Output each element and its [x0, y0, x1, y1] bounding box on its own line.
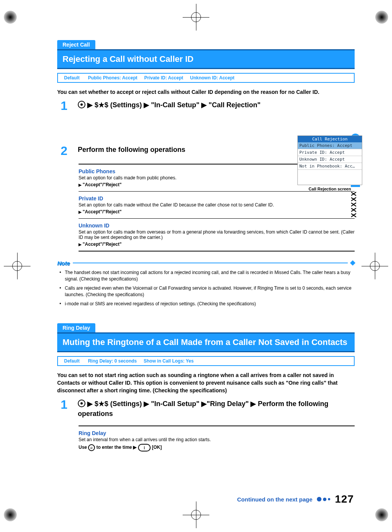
screen-row: Unknown ID: Accept	[298, 156, 362, 163]
note-list: The handset does not start incoming call…	[59, 269, 355, 307]
op-desc: Set an option for calls made from overse…	[79, 229, 355, 240]
center-key-icon	[78, 400, 85, 407]
phone-screen: Call Rejection Public Phones: Accept Pri…	[297, 135, 362, 185]
divider	[79, 191, 355, 192]
note-block: Note The handset does not start incoming…	[57, 260, 355, 307]
op-title: Unknown ID	[79, 222, 355, 229]
section-title: Muting the Ringtone of a Call Made from …	[57, 332, 355, 352]
default-value: Unknown ID: Accept	[190, 75, 235, 81]
default-row: Default Ring Delay: 0 seconds Show in Ca…	[57, 356, 355, 366]
screen-title: Call Rejection	[298, 136, 362, 142]
op-value: "Accept"/"Reject"	[79, 242, 355, 247]
section-intro: You can set to not start ring action suc…	[57, 371, 355, 395]
section-intro: You can set whether to accept or reject …	[57, 88, 355, 96]
default-value: Private ID: Accept	[144, 75, 183, 81]
section-ring-delay: Ring Delay Muting the Ringtone of a Call…	[57, 323, 355, 451]
screen-row: Not in Phonebook: Acc…	[298, 163, 362, 170]
step-1: 1 ▶ $★$ (Settings) ▶ "In-Call Setup" ▶"R…	[57, 398, 355, 419]
section-title: Rejecting a Call without Caller ID	[57, 49, 355, 69]
crop-mark-icon	[183, 501, 209, 528]
instr-text: Use	[79, 445, 88, 450]
default-label: Default	[58, 357, 86, 365]
screen-row: Public Phones: Accept	[298, 142, 362, 149]
section-tag: Ring Delay	[57, 323, 95, 332]
dial-key-icon: ⌕	[88, 444, 95, 451]
operations-list: Ring Delay Set an interval from when a c…	[79, 426, 355, 451]
note-item: i-mode mail or SMS are received regardle…	[59, 301, 355, 307]
step-text: ▶ $★$ (Settings) ▶ "In-Call Setup" ▶ "Ca…	[85, 101, 260, 109]
step-text: ▶ $★$ (Settings) ▶ "In-Call Setup" ▶"Rin…	[78, 400, 328, 418]
note-line-icon	[73, 263, 348, 263]
default-value: Show in Call Logs: Yes	[144, 358, 194, 364]
op-title: Ring Delay	[79, 430, 355, 436]
note-item: The handset does not start incoming call…	[59, 269, 355, 283]
instr-text: to enter the time ▶	[95, 445, 138, 450]
default-value: Ring Delay: 0 seconds	[88, 358, 137, 364]
step-instruction: ▶ $★$ (Settings) ▶ "In-Call Setup" ▶"Rin…	[78, 398, 355, 419]
step-number: 1	[57, 100, 71, 112]
crop-mark-icon	[183, 4, 209, 31]
registration-mark	[1, 8, 20, 27]
page-content: Reject Call Rejecting a Call without Cal…	[57, 40, 355, 451]
dots-icon	[317, 497, 330, 501]
step-number: 1	[57, 398, 71, 411]
diamond-icon	[350, 260, 355, 266]
step-1: 1 ▶ $★$ (Settings) ▶ "In-Call Setup" ▶ "…	[57, 100, 355, 112]
divider	[79, 426, 355, 426]
default-values: Ring Delay: 0 seconds Show in Call Logs:…	[86, 357, 196, 365]
op-title: Private ID	[79, 195, 355, 202]
center-key-icon	[78, 101, 85, 108]
default-value: Public Phones: Accept	[88, 75, 138, 81]
registration-mark	[372, 505, 391, 524]
note-item: Calls are rejected even when the Voicema…	[59, 285, 355, 298]
page-number: 127	[335, 493, 354, 505]
divider	[79, 218, 355, 219]
screenshot-caption: Call Rejection screen	[297, 187, 362, 191]
continued-text: Continued on the next page	[237, 496, 313, 503]
registration-mark	[1, 505, 20, 524]
note-label: Note	[57, 260, 70, 266]
phone-screenshot: Call Rejection Public Phones: Accept Pri…	[297, 135, 362, 191]
crop-mark-icon	[4, 253, 31, 279]
default-values: Public Phones: Accept Private ID: Accept…	[86, 74, 237, 82]
page-footer: Continued on the next page 127	[57, 493, 354, 505]
instr-text: [OK]	[151, 445, 162, 450]
op-desc: Set an option for calls made without the…	[79, 202, 355, 208]
divider	[79, 251, 355, 251]
softkey-icon: ｉ	[138, 444, 151, 451]
crop-mark-icon	[361, 253, 388, 279]
op-value: "Accept"/"Reject"	[79, 209, 355, 214]
screen-row: Private ID: Accept	[298, 149, 362, 156]
note-heading: Note	[57, 260, 355, 266]
section-tag: Reject Call	[57, 40, 95, 49]
default-row: Default Public Phones: Accept Private ID…	[57, 73, 355, 83]
step-instruction: ▶ $★$ (Settings) ▶ "In-Call Setup" ▶ "Ca…	[78, 100, 355, 110]
step-number: 2	[57, 145, 71, 157]
op-desc: Set an interval from when a call arrives…	[79, 437, 355, 442]
registration-mark	[372, 8, 391, 27]
default-label: Default	[58, 74, 86, 82]
op-instruction: Use ⌕ to enter the time ▶ ｉ [OK]	[79, 444, 355, 451]
section-reject-call: Reject Call Rejecting a Call without Cal…	[57, 40, 355, 307]
